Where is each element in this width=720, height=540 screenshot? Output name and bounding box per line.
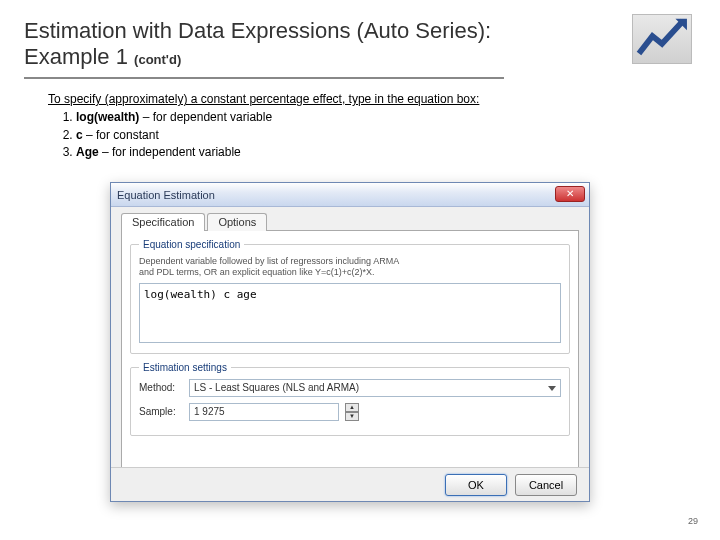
- close-icon: ✕: [566, 188, 574, 199]
- page-number: 29: [688, 516, 698, 526]
- close-button[interactable]: ✕: [555, 186, 585, 202]
- equation-hint: Dependent variable followed by list of r…: [139, 256, 561, 279]
- list-item: log(wealth) – for dependent variable: [76, 110, 648, 126]
- tab-specification[interactable]: Specification: [121, 213, 205, 231]
- list-item: c – for constant: [76, 128, 648, 144]
- logo-chart-icon: [632, 14, 692, 64]
- equation-spec-group: Equation specification Dependent variabl…: [130, 239, 570, 354]
- dialog-titlebar: Equation Estimation ✕: [111, 183, 589, 207]
- cancel-button[interactable]: Cancel: [515, 474, 577, 496]
- slide-title: Estimation with Data Expressions (Auto S…: [24, 18, 504, 79]
- list-item: Age – for independent variable: [76, 145, 648, 161]
- method-label: Method:: [139, 382, 183, 393]
- estimation-settings-group: Estimation settings Method: LS - Least S…: [130, 362, 570, 436]
- dialog-title: Equation Estimation: [117, 189, 215, 201]
- ok-button[interactable]: OK: [445, 474, 507, 496]
- slide-body: To specify (approximately) a constant pe…: [48, 92, 648, 163]
- dialog-button-bar: OK Cancel: [111, 467, 589, 501]
- method-select[interactable]: LS - Least Squares (NLS and ARMA): [189, 379, 561, 397]
- sample-label: Sample:: [139, 406, 183, 417]
- chevron-down-icon[interactable]: ▼: [345, 412, 359, 421]
- chevron-up-icon[interactable]: ▲: [345, 403, 359, 412]
- sample-input[interactable]: 1 9275: [189, 403, 339, 421]
- sample-stepper[interactable]: ▲ ▼: [345, 403, 359, 421]
- equation-estimation-dialog: Equation Estimation ✕ Specification Opti…: [110, 182, 590, 502]
- title-contd: (cont'd): [134, 52, 181, 67]
- tab-options[interactable]: Options: [207, 213, 267, 231]
- intro-text: To specify (approximately) a constant pe…: [48, 92, 648, 106]
- equation-input[interactable]: [139, 283, 561, 343]
- equation-spec-legend: Equation specification: [139, 239, 244, 250]
- dialog-tabs: Specification Options: [121, 213, 579, 231]
- estimation-settings-legend: Estimation settings: [139, 362, 231, 373]
- title-text: Estimation with Data Expressions (Auto S…: [24, 18, 491, 69]
- tab-panel-specification: Equation specification Dependent variabl…: [121, 230, 579, 476]
